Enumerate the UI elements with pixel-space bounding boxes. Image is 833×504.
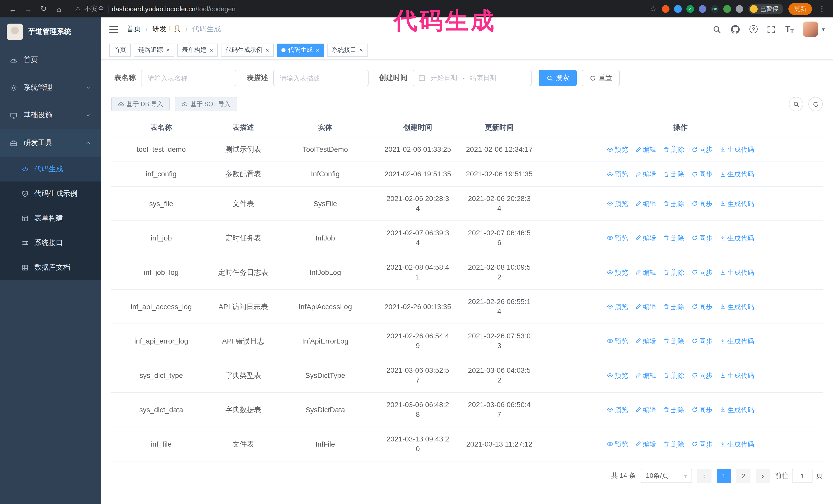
sync-action[interactable]: 同步	[691, 439, 713, 449]
delete-action[interactable]: 删除	[663, 169, 684, 179]
browser-menu-icon[interactable]: ⋮	[817, 4, 827, 13]
delete-action[interactable]: 删除	[663, 267, 684, 277]
edit-action[interactable]: 编辑	[635, 336, 656, 346]
generate-code-action[interactable]: 生成代码	[720, 169, 754, 179]
close-icon[interactable]: ×	[166, 47, 170, 53]
forward-icon[interactable]: →	[22, 2, 35, 16]
preview-action[interactable]: 预览	[607, 233, 628, 243]
github-icon[interactable]	[731, 25, 740, 34]
tab-codegen-example[interactable]: 代码生成示例 ×	[221, 43, 274, 57]
breadcrumb-dev-tools[interactable]: 研发工具	[152, 25, 181, 34]
page-button-1[interactable]: 1	[717, 469, 731, 483]
edit-action[interactable]: 编辑	[635, 233, 656, 243]
delete-action[interactable]: 删除	[663, 336, 684, 346]
sync-action[interactable]: 同步	[691, 145, 713, 154]
app-logo[interactable]: 芋道管理系统	[0, 18, 101, 46]
sync-action[interactable]: 同步	[691, 233, 713, 243]
sync-action[interactable]: 同步	[691, 267, 713, 277]
preview-action[interactable]: 预览	[607, 199, 628, 209]
close-icon[interactable]: ×	[265, 47, 269, 53]
preview-action[interactable]: 预览	[607, 336, 628, 346]
goto-page-input[interactable]	[792, 469, 812, 483]
security-indicator[interactable]: ⚠ 不安全 |	[75, 4, 110, 13]
sync-action[interactable]: 同步	[691, 370, 713, 380]
edit-action[interactable]: 编辑	[635, 439, 656, 449]
people-extension-icon[interactable]	[699, 5, 706, 13]
reset-button[interactable]: 重置	[582, 70, 620, 86]
on-extension-icon[interactable]: on	[711, 5, 719, 13]
hamburger-menu-button[interactable]	[109, 26, 118, 33]
edit-action[interactable]: 编辑	[635, 199, 656, 209]
sync-action[interactable]: 同步	[691, 169, 713, 179]
delete-action[interactable]: 删除	[663, 439, 684, 449]
drop-extension-icon[interactable]	[674, 5, 682, 13]
sidebar-item-codegen[interactable]: 代码生成	[0, 157, 101, 182]
prev-page-button[interactable]: ‹	[697, 469, 712, 483]
next-page-button[interactable]: ›	[756, 469, 770, 483]
preview-action[interactable]: 预览	[607, 370, 628, 380]
tab-codegen[interactable]: 代码生成 ×	[277, 43, 324, 57]
sidebar-item-form-builder[interactable]: 表单构建	[0, 206, 101, 231]
toggle-search-button[interactable]	[789, 97, 803, 111]
address-bar[interactable]: dashboard.yudao.iocoder.cn/tool/codegen	[112, 5, 236, 13]
update-button[interactable]: 更新	[788, 3, 812, 15]
leaf-extension-icon[interactable]	[723, 5, 731, 13]
preview-action[interactable]: 预览	[607, 267, 628, 277]
generate-code-action[interactable]: 生成代码	[720, 370, 754, 380]
sync-action[interactable]: 同步	[691, 302, 713, 311]
generate-code-action[interactable]: 生成代码	[720, 439, 754, 449]
close-icon[interactable]: ×	[359, 47, 363, 53]
header-search-icon[interactable]	[713, 25, 722, 34]
sidebar-item-system[interactable]: 系统管理	[0, 74, 101, 101]
table-name-input[interactable]	[141, 70, 236, 86]
delete-action[interactable]: 删除	[663, 145, 684, 154]
edit-action[interactable]: 编辑	[635, 370, 656, 380]
help-icon[interactable]: ?	[749, 25, 758, 33]
import-db-button[interactable]: 基于 DB 导入	[111, 97, 170, 111]
fullscreen-icon[interactable]	[767, 25, 776, 34]
preview-action[interactable]: 预览	[607, 302, 628, 311]
generate-code-action[interactable]: 生成代码	[720, 145, 754, 154]
check-extension-icon[interactable]: ✓	[686, 5, 694, 13]
preview-action[interactable]: 预览	[607, 405, 628, 414]
generate-code-action[interactable]: 生成代码	[720, 199, 754, 209]
table-desc-input[interactable]	[273, 70, 368, 86]
sidebar-item-home[interactable]: 首页	[0, 46, 101, 74]
delete-action[interactable]: 删除	[663, 405, 684, 414]
sidebar-item-infrastructure[interactable]: 基础设施	[0, 101, 101, 129]
delete-action[interactable]: 删除	[663, 370, 684, 380]
preview-action[interactable]: 预览	[607, 169, 628, 179]
delete-action[interactable]: 删除	[663, 199, 684, 209]
tab-api[interactable]: 系统接口 ×	[327, 43, 367, 57]
preview-action[interactable]: 预览	[607, 439, 628, 449]
edit-action[interactable]: 编辑	[635, 145, 656, 154]
sync-action[interactable]: 同步	[691, 405, 713, 414]
edit-action[interactable]: 编辑	[635, 302, 656, 311]
generate-code-action[interactable]: 生成代码	[720, 233, 754, 243]
browser-home-icon[interactable]: ⌂	[52, 2, 66, 16]
close-icon[interactable]: ×	[210, 47, 213, 53]
edit-action[interactable]: 编辑	[635, 267, 656, 277]
tab-home[interactable]: 首页	[109, 43, 131, 57]
delete-action[interactable]: 删除	[663, 233, 684, 243]
puzzle-extension-icon[interactable]	[736, 5, 743, 13]
tab-trace[interactable]: 链路追踪 ×	[134, 43, 174, 57]
tab-form-builder[interactable]: 表单构建 ×	[177, 43, 218, 57]
page-button-2[interactable]: 2	[736, 469, 751, 483]
sync-action[interactable]: 同步	[691, 336, 713, 346]
reload-icon[interactable]: ↻	[37, 2, 50, 16]
sync-action[interactable]: 同步	[691, 199, 713, 209]
close-icon[interactable]: ×	[316, 47, 319, 53]
profile-paused-badge[interactable]: 已暂停	[748, 3, 783, 14]
back-icon[interactable]: ←	[6, 2, 20, 16]
lighthouse-extension-icon[interactable]	[662, 5, 669, 13]
font-size-icon[interactable]: TT	[785, 25, 794, 34]
search-button[interactable]: 搜索	[539, 70, 577, 86]
user-avatar[interactable]: ▾	[803, 22, 825, 37]
sidebar-item-dev-tools[interactable]: 研发工具	[0, 129, 101, 157]
bookmark-star-icon[interactable]: ☆	[650, 4, 657, 13]
sidebar-item-api[interactable]: 系统接口	[0, 231, 101, 255]
generate-code-action[interactable]: 生成代码	[720, 302, 754, 311]
sidebar-item-db-doc[interactable]: 数据库文档	[0, 255, 101, 280]
sidebar-item-codegen-example[interactable]: 代码生成示例	[0, 182, 101, 206]
